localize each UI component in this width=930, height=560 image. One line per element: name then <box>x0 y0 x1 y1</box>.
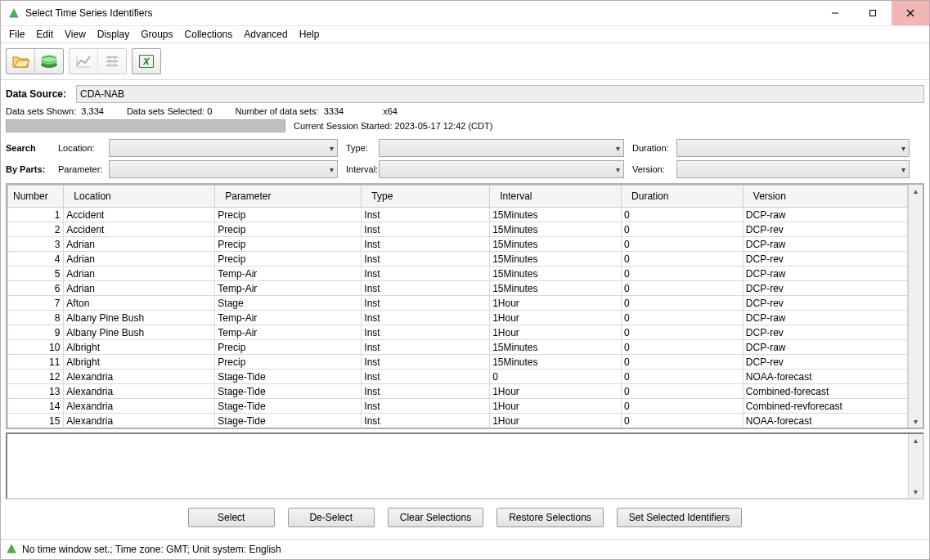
cell-location: Adrian <box>64 252 215 267</box>
cell-location: Alexandria <box>64 399 215 414</box>
cell-type: Inst <box>362 311 490 325</box>
close-button[interactable] <box>892 1 929 25</box>
clear-selections-button[interactable]: Clear Selections <box>388 508 483 527</box>
menu-help[interactable]: Help <box>294 28 325 41</box>
cell-interval: 15Minutes <box>490 252 622 267</box>
scroll-up-icon[interactable]: ▴ <box>914 185 918 197</box>
col-interval[interactable]: Interval <box>490 186 622 208</box>
restore-selections-button[interactable]: Restore Selections <box>496 508 604 527</box>
col-location[interactable]: Location <box>64 186 215 208</box>
cell-interval: 15Minutes <box>490 267 622 281</box>
cell-version: Combined-revforecast <box>743 399 907 414</box>
table-row[interactable]: 12AlexandriaStage-TideInst00NOAA-forecas… <box>8 370 908 384</box>
cell-parameter: Precip <box>215 340 362 355</box>
minimize-button[interactable] <box>816 1 854 25</box>
version-combo[interactable] <box>676 160 910 178</box>
menu-collections[interactable]: Collections <box>180 28 238 41</box>
table-scrollbar[interactable]: ▴ ▾ <box>908 185 923 428</box>
cell-location: Adrian <box>64 237 215 252</box>
cell-parameter: Temp-Air <box>215 267 362 281</box>
map-layers-button[interactable] <box>35 49 63 74</box>
cell-type: Inst <box>362 208 490 222</box>
table-row[interactable]: 4AdrianPrecipInst15Minutes0DCP-rev <box>8 252 908 267</box>
open-file-button[interactable] <box>7 49 35 74</box>
col-version[interactable]: Version <box>743 186 907 208</box>
svg-rect-2 <box>870 11 876 16</box>
cell-type: Inst <box>362 384 490 399</box>
data-source-field[interactable]: CDA-NAB <box>76 85 924 103</box>
version-label: Version: <box>624 164 676 174</box>
titlebar: Select Time Series Identifiers <box>1 1 929 26</box>
table-row[interactable]: 6AdrianTemp-AirInst15Minutes0DCP-rev <box>8 281 908 296</box>
menu-edit[interactable]: Edit <box>31 28 58 41</box>
maximize-button[interactable] <box>854 1 892 25</box>
table-row[interactable]: 1AccidentPrecipInst15Minutes0DCP-raw <box>8 208 908 222</box>
scroll-down-icon[interactable]: ▾ <box>914 415 918 428</box>
cell-duration: 0 <box>622 252 744 267</box>
cell-duration: 0 <box>622 237 744 252</box>
session-row: Current Session Started: 2023-05-17 12:4… <box>6 119 924 132</box>
table-row[interactable]: 2AccidentPrecipInst15Minutes0DCP-rev <box>8 222 908 237</box>
col-parameter[interactable]: Parameter <box>215 186 362 208</box>
table-align-button[interactable] <box>98 49 126 74</box>
cell-type: Inst <box>362 414 490 428</box>
table-row[interactable]: 5AdrianTemp-AirInst15Minutes0DCP-raw <box>8 267 908 281</box>
menu-groups[interactable]: Groups <box>136 28 177 41</box>
table-row[interactable]: 15AlexandriaStage-TideInst1Hour0NOAA-for… <box>8 414 908 428</box>
cell-location: Accident <box>64 222 215 237</box>
col-number[interactable]: Number <box>8 186 64 208</box>
cell-version: DCP-raw <box>743 208 907 222</box>
cell-number: 9 <box>8 325 64 340</box>
export-excel-button[interactable]: X <box>133 49 160 74</box>
menu-advanced[interactable]: Advanced <box>239 28 292 41</box>
table-row[interactable]: 14AlexandriaStage-TideInst1Hour0Combined… <box>8 399 908 414</box>
cell-interval: 15Minutes <box>490 222 622 237</box>
table-row[interactable]: 10AlbrightPrecipInst15Minutes0DCP-raw <box>8 340 908 355</box>
parameter-combo[interactable] <box>109 160 338 178</box>
chart-button[interactable] <box>70 49 98 74</box>
set-selected-identifiers-button[interactable]: Set Selected Identifiers <box>617 508 742 527</box>
cell-type: Inst <box>362 267 490 281</box>
table-row[interactable]: 3AdrianPrecipInst15Minutes0DCP-raw <box>8 237 908 252</box>
table-row[interactable]: 11AlbrightPrecipInst15Minutes0DCP-rev <box>8 355 908 370</box>
cell-version: DCP-rev <box>743 355 907 370</box>
svg-marker-0 <box>10 9 19 18</box>
cell-location: Afton <box>64 296 215 311</box>
app-window: Select Time Series Identifiers File Edit… <box>0 0 930 560</box>
cell-number: 5 <box>8 267 64 281</box>
selected-scrollbar[interactable]: ▴ ▾ <box>908 434 923 498</box>
location-label: Location: <box>58 143 109 153</box>
cell-version: DCP-raw <box>743 267 907 281</box>
cell-parameter: Precip <box>215 222 362 237</box>
cell-version: DCP-raw <box>743 311 907 325</box>
table-row[interactable]: 8Albany Pine BushTemp-AirInst1Hour0DCP-r… <box>8 311 908 325</box>
select-button[interactable]: Select <box>188 508 275 527</box>
cell-duration: 0 <box>622 267 744 281</box>
col-duration[interactable]: Duration <box>622 186 744 208</box>
cell-number: 15 <box>8 414 64 428</box>
cell-number: 1 <box>8 208 64 222</box>
data-table[interactable]: Number Location Parameter Type Interval … <box>7 185 908 428</box>
duration-combo[interactable] <box>676 139 910 157</box>
menu-view[interactable]: View <box>60 28 91 41</box>
selected-panel: ▴ ▾ <box>6 432 924 500</box>
cell-type: Inst <box>362 399 490 414</box>
deselect-button[interactable]: De-Select <box>288 508 375 527</box>
cell-location: Alexandria <box>64 370 215 384</box>
col-type[interactable]: Type <box>362 186 490 208</box>
table-row[interactable]: 13AlexandriaStage-TideInst1Hour0Combined… <box>8 384 908 399</box>
cell-version: DCP-raw <box>743 237 907 252</box>
menu-file[interactable]: File <box>4 28 29 41</box>
scroll-up-icon[interactable]: ▴ <box>914 434 918 446</box>
cell-duration: 0 <box>622 414 744 428</box>
menu-display[interactable]: Display <box>92 28 134 41</box>
table-row[interactable]: 9Albany Pine BushTemp-AirInst1Hour0DCP-r… <box>8 325 908 340</box>
search-row-label-2: By Parts: <box>6 164 58 174</box>
scroll-down-icon[interactable]: ▾ <box>914 486 918 498</box>
table-align-icon <box>104 54 120 69</box>
interval-combo[interactable] <box>379 160 624 178</box>
type-combo[interactable] <box>379 139 624 157</box>
toolbar-group-3: X <box>132 48 161 74</box>
location-combo[interactable] <box>109 139 338 157</box>
table-row[interactable]: 7AftonStageInst1Hour0DCP-rev <box>8 296 908 311</box>
